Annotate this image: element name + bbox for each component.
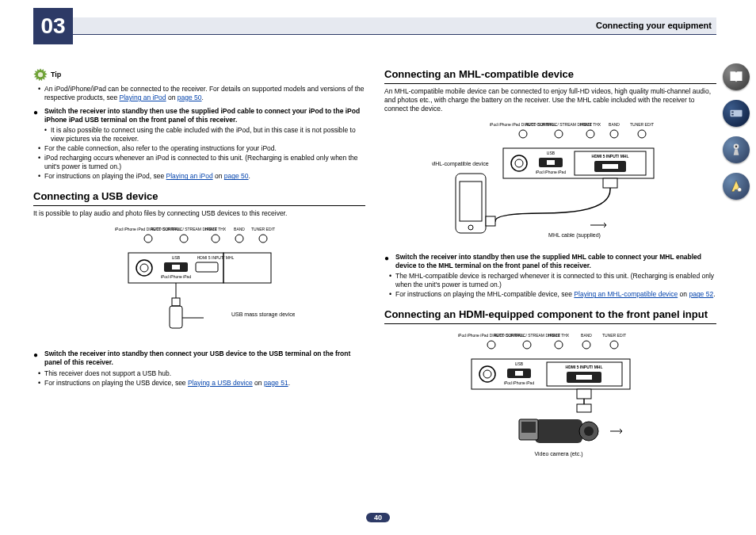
svg-text:USB mass storage device: USB mass storage device (231, 311, 295, 318)
svg-text:USB: USB (171, 255, 180, 260)
tip-bullet-1: An iPod/iPhone/iPad can be connected to … (38, 85, 365, 102)
tip-label: Tip (51, 71, 61, 80)
svg-point-66 (487, 341, 495, 349)
svg-point-16 (235, 235, 243, 243)
svg-text:MHL-compatible device: MHL-compatible device (432, 161, 489, 167)
svg-point-45 (515, 159, 523, 167)
svg-rect-0 (731, 110, 743, 117)
link-page-51[interactable]: page 51 (264, 379, 288, 387)
svg-point-13 (144, 235, 152, 243)
svg-point-7 (37, 72, 44, 78)
svg-text:Video camera (etc.): Video camera (etc.) (534, 451, 582, 457)
ipod-bullet-4: For instructions on playing the iPod, se… (38, 172, 365, 181)
book-icon[interactable] (723, 63, 750, 90)
svg-rect-84 (577, 404, 591, 412)
header-bar: Connecting your equipment (33, 17, 716, 35)
mhl-lead: Switch the receiver into standby then us… (384, 253, 716, 270)
svg-rect-83 (577, 389, 591, 399)
side-icon-rail (723, 63, 750, 200)
svg-point-5 (738, 188, 742, 192)
svg-rect-81 (576, 375, 592, 380)
mhl-bullet-2: For instructions on playing the MHL-comp… (389, 290, 716, 299)
svg-rect-53 (602, 164, 618, 169)
page-number: 40 (366, 513, 390, 522)
header-title: Connecting your equipment (596, 21, 712, 30)
svg-text:USB: USB (546, 151, 555, 155)
mhl-diagram: iPod iPhone iPad DIRECT CONTROL AUTO SUR… (384, 118, 716, 245)
link-playing-mhl[interactable]: Playing an MHL-compatible device (574, 290, 678, 298)
mhl-bullet-1: The MHL-compatible device is recharged w… (389, 272, 716, 289)
letter-a-icon[interactable] (723, 173, 750, 200)
svg-text:BAND: BAND (234, 227, 245, 231)
svg-point-42 (638, 130, 646, 138)
svg-point-67 (523, 341, 531, 349)
svg-text:MHL cable (supplied): MHL cable (supplied) (548, 232, 601, 239)
link-page-50-b[interactable]: page 50 (224, 172, 249, 180)
svg-rect-59 (486, 216, 495, 226)
link-playing-ipod-2[interactable]: Playing an iPod (166, 172, 213, 180)
svg-point-69 (582, 341, 590, 349)
svg-rect-2 (731, 114, 734, 116)
svg-point-15 (212, 235, 220, 243)
hdmi-heading: Connecting an HDMI-equipped component to… (384, 308, 716, 324)
usb-heading: Connecting a USB device (33, 190, 365, 206)
svg-rect-30 (170, 306, 182, 328)
svg-text:USB: USB (514, 361, 523, 366)
svg-rect-48 (547, 160, 555, 165)
svg-point-68 (555, 341, 563, 349)
svg-point-38 (519, 130, 527, 138)
svg-text:iPod iPhone iPad: iPod iPhone iPad (503, 380, 534, 385)
mhl-heading: Connecting an MHL-compatible device (384, 68, 716, 84)
svg-point-87 (584, 426, 594, 436)
svg-rect-58 (603, 178, 617, 188)
usb-intro: It is possible to play audio and photo f… (33, 209, 365, 218)
svg-point-17 (259, 235, 267, 243)
svg-text:TUNER EDIT: TUNER EDIT (630, 122, 654, 127)
svg-text:HOME THX: HOME THX (548, 333, 569, 338)
svg-point-41 (610, 130, 618, 138)
svg-point-4 (735, 146, 738, 148)
svg-point-72 (479, 366, 495, 382)
svg-point-70 (610, 341, 618, 349)
svg-text:HOME THX: HOME THX (579, 122, 601, 127)
usb-lead: Switch the receiver into standby then co… (33, 350, 365, 367)
svg-point-40 (586, 130, 594, 138)
svg-text:HOME THX: HOME THX (204, 227, 226, 231)
usb-bullet-1: This receiver does not support a USB hub… (38, 369, 365, 378)
svg-rect-76 (515, 371, 523, 376)
svg-rect-56 (460, 182, 482, 221)
svg-rect-89 (521, 422, 536, 433)
link-playing-ipod-1[interactable]: Playing an iPod (120, 94, 166, 101)
link-playing-usb[interactable]: Playing a USB device (188, 379, 253, 387)
svg-rect-43 (503, 148, 654, 178)
svg-point-14 (180, 235, 188, 243)
svg-point-44 (511, 155, 527, 171)
svg-text:iPod iPhone iPad: iPod iPhone iPad (535, 170, 566, 174)
link-page-52[interactable]: page 52 (689, 290, 713, 298)
svg-text:TUNER EDIT: TUNER EDIT (602, 333, 626, 338)
mhl-intro: An MHL-compatible mobile device can be c… (384, 87, 716, 113)
usb-diagram: iPod iPhone iPad DIRECT CONTROL AUTO SUR… (33, 223, 365, 342)
svg-text:HDMI 5 INPUT/ MHL: HDMI 5 INPUT/ MHL (197, 255, 234, 260)
ipod-bullet-3: iPod recharging occurs whenever an iPod … (38, 154, 365, 171)
svg-text:HDMI 5 INPUT/ MHL: HDMI 5 INPUT/ MHL (565, 365, 602, 369)
svg-text:HDMI 5 INPUT/ MHL: HDMI 5 INPUT/ MHL (591, 154, 628, 159)
hdmi-diagram: iPod iPhone iPad DIRECT CONTROL AUTO SUR… (384, 329, 716, 460)
amplifier-icon[interactable] (723, 100, 750, 127)
right-column: Connecting an MHL-compatible device An M… (384, 52, 716, 503)
jack-icon[interactable] (723, 136, 750, 163)
svg-point-57 (468, 225, 473, 230)
svg-rect-29 (172, 298, 180, 306)
svg-point-19 (136, 260, 152, 276)
svg-point-39 (555, 130, 563, 138)
svg-rect-23 (172, 265, 180, 269)
link-page-50-a[interactable]: page 50 (178, 94, 202, 101)
svg-rect-85 (535, 419, 582, 443)
svg-point-73 (483, 370, 491, 378)
usb-bullet-2: For instructions on playing the USB devi… (38, 379, 365, 388)
svg-rect-1 (731, 112, 734, 113)
left-column: Tip An iPod/iPhone/iPad can be connected… (33, 52, 365, 503)
svg-text:iPod iPhone iPad: iPod iPhone iPad (160, 274, 191, 279)
svg-point-20 (140, 264, 148, 272)
ipod-lead: Switch the receiver into standby then us… (33, 107, 365, 124)
